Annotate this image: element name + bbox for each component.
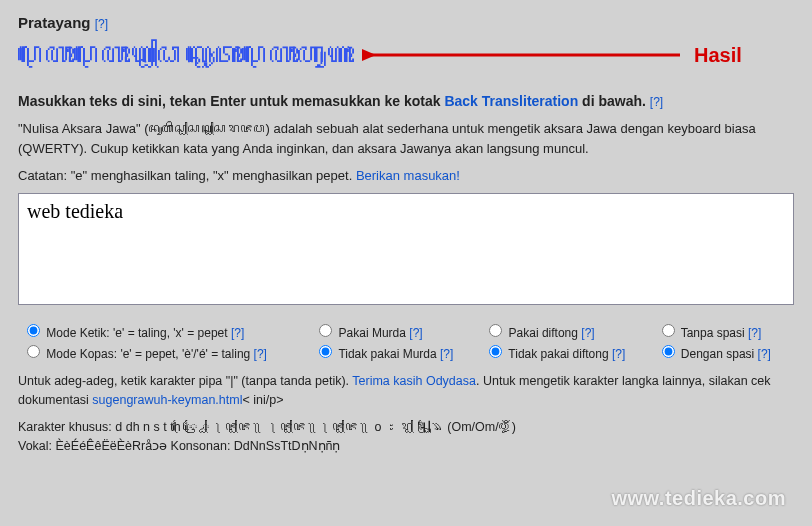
options-block: Mode Ketik: 'e' = taling, 'x' = pepet [?… bbox=[18, 320, 794, 362]
input-heading-post: di bawah. bbox=[578, 93, 646, 109]
radio-murda-yes-input[interactable] bbox=[319, 324, 332, 337]
feedback-link[interactable]: Berikan masukan! bbox=[356, 168, 460, 183]
radio-mode-ketik-input[interactable] bbox=[27, 324, 40, 337]
spasi-no-help[interactable]: [?] bbox=[748, 326, 761, 340]
radio-spasi-yes[interactable]: Dengan spasi bbox=[657, 347, 755, 361]
radio-spasi-yes-input[interactable] bbox=[662, 345, 675, 358]
output-row: ꦥꦭꦺꦴꦥꦭꦺꦴꦟ꧀ꦝꦏꦽꦠꦺꦴꦥꦭꦺꦴꦲꦸꦟꦴ Hasil bbox=[18, 37, 794, 73]
diftong-yes-help[interactable]: [?] bbox=[581, 326, 594, 340]
radio-diftong-no[interactable]: Tidak pakai diftong bbox=[484, 347, 608, 361]
radio-mode-kopas-label: Mode Kopas: 'e' = pepet, 'è'/'é' = talin… bbox=[46, 347, 250, 361]
input-heading-pre: Masukkan teks di sini, tekan Enter untuk… bbox=[18, 93, 444, 109]
adeg-pre: Untuk adeg-adeg, ketik karakter pipa "|"… bbox=[18, 374, 352, 388]
input-heading: Masukkan teks di sini, tekan Enter untuk… bbox=[18, 93, 794, 109]
karakter-khusus-line: Karakter khusus: d dh n s t th ꦻꦿ ꦻꦾ ꧊ꦗ꧀… bbox=[18, 418, 794, 437]
footer-block: Untuk adeg-adeg, ketik karakter pipa "|"… bbox=[18, 372, 794, 455]
odydasa-link[interactable]: Terima kasih Odydasa bbox=[352, 374, 476, 388]
watermark: www.tedieka.com bbox=[611, 487, 786, 510]
radio-mode-kopas-input[interactable] bbox=[27, 345, 40, 358]
radio-diftong-yes-input[interactable] bbox=[489, 324, 502, 337]
doc-link[interactable]: sugengrawuh-keyman.html bbox=[92, 393, 242, 407]
radio-diftong-yes[interactable]: Pakai diftong bbox=[484, 326, 578, 340]
page-title-row: Pratayang [?] bbox=[18, 14, 794, 31]
tool-description: "Nulisa Aksara Jawa" (ꦤꦸꦭꦶꦱ꧀ꦱꦏ꧀ꦱꦫꦗꦮ) ada… bbox=[18, 119, 794, 158]
spasi-yes-help[interactable]: [?] bbox=[758, 347, 771, 361]
murda-yes-help[interactable]: [?] bbox=[409, 326, 422, 340]
radio-spasi-no-input[interactable] bbox=[662, 324, 675, 337]
page-title: Pratayang bbox=[18, 14, 91, 31]
radio-mode-ketik[interactable]: Mode Ketik: 'e' = taling, 'x' = pepet bbox=[22, 326, 228, 340]
radio-spasi-yes-label: Dengan spasi bbox=[681, 347, 754, 361]
radio-murda-yes-label: Pakai Murda bbox=[339, 326, 406, 340]
radio-diftong-yes-label: Pakai diftong bbox=[509, 326, 578, 340]
input-help-link[interactable]: [?] bbox=[650, 95, 663, 109]
text-input[interactable] bbox=[18, 193, 794, 305]
javanese-output: ꦥꦭꦺꦴꦥꦭꦺꦴꦟ꧀ꦝꦏꦽꦠꦺꦴꦥꦭꦺꦴꦲꦸꦟꦴ bbox=[18, 37, 354, 73]
mode-ketik-help[interactable]: [?] bbox=[231, 326, 244, 340]
radio-diftong-no-label: Tidak pakai diftong bbox=[508, 347, 608, 361]
result-label: Hasil bbox=[694, 44, 742, 67]
diftong-no-help[interactable]: [?] bbox=[612, 347, 625, 361]
radio-spasi-no-label: Tanpa spasi bbox=[681, 326, 745, 340]
desc-jawa: ꦤꦸꦭꦶꦱ꧀ꦱꦏ꧀ꦱꦫꦗꦮ bbox=[149, 121, 266, 136]
radio-mode-kopas[interactable]: Mode Kopas: 'e' = pepet, 'è'/'é' = talin… bbox=[22, 347, 250, 361]
radio-murda-no-input[interactable] bbox=[319, 345, 332, 358]
radio-murda-no[interactable]: Tidak pakai Murda bbox=[314, 347, 436, 361]
arrow-left-icon bbox=[362, 43, 682, 67]
adeg-end: < ini/p> bbox=[242, 393, 283, 407]
radio-spasi-no[interactable]: Tanpa spasi bbox=[657, 326, 745, 340]
radio-diftong-no-input[interactable] bbox=[489, 345, 502, 358]
note-line: Catatan: "e" menghasilkan taling, "x" me… bbox=[18, 168, 794, 183]
desc-a: "Nulisa Aksara Jawa" ( bbox=[18, 121, 149, 136]
murda-no-help[interactable]: [?] bbox=[440, 347, 453, 361]
note-text: Catatan: "e" menghasilkan taling, "x" me… bbox=[18, 168, 356, 183]
radio-mode-ketik-label: Mode Ketik: 'e' = taling, 'x' = pepet bbox=[46, 326, 227, 340]
back-transliteration-link[interactable]: Back Transliteration bbox=[444, 93, 578, 109]
radio-murda-yes[interactable]: Pakai Murda bbox=[314, 326, 406, 340]
vokal-line: Vokal: ÈèÉéÊêËëÈèRråɔə Konsonan: DdNnSsT… bbox=[18, 437, 794, 456]
mode-kopas-help[interactable]: [?] bbox=[254, 347, 267, 361]
adeg-line: Untuk adeg-adeg, ketik karakter pipa "|"… bbox=[18, 372, 794, 410]
title-help-link[interactable]: [?] bbox=[95, 17, 108, 31]
radio-murda-no-label: Tidak pakai Murda bbox=[338, 347, 436, 361]
